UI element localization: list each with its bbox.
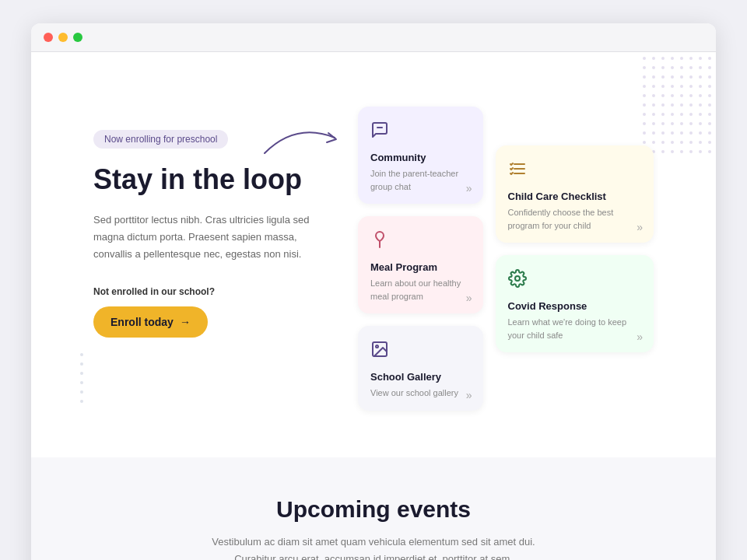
svg-point-52 <box>680 113 683 116</box>
svg-point-62 <box>699 122 702 125</box>
arrow-decoration <box>257 122 350 172</box>
child-care-card[interactable]: Child Care Checklist Confidently choose … <box>496 145 654 243</box>
svg-point-7 <box>708 57 711 60</box>
svg-point-23 <box>708 75 711 79</box>
hero-right-cards: Community Join the parent-teacher group … <box>358 99 654 411</box>
checklist-icon <box>508 159 531 183</box>
svg-point-60 <box>680 122 683 125</box>
svg-point-51 <box>671 113 674 116</box>
svg-point-42 <box>661 103 665 107</box>
svg-point-66 <box>661 131 665 135</box>
svg-point-22 <box>699 75 702 79</box>
svg-point-0 <box>643 57 646 60</box>
svg-point-54 <box>699 113 702 116</box>
chat-icon <box>370 121 394 144</box>
svg-point-69 <box>689 131 693 135</box>
child-care-card-title: Child Care Checklist <box>508 191 642 202</box>
svg-point-78 <box>699 141 702 144</box>
svg-point-83 <box>671 150 674 153</box>
community-card-title: Community <box>370 152 471 163</box>
svg-point-12 <box>680 66 683 69</box>
svg-point-90 <box>80 372 83 375</box>
svg-point-63 <box>708 122 711 125</box>
svg-point-46 <box>699 103 702 107</box>
svg-point-55 <box>708 113 711 116</box>
svg-point-68 <box>680 131 683 135</box>
hero-section: // We'll inline circles manually in a pa… <box>31 52 716 457</box>
enroll-button-label: Enroll today <box>110 316 174 328</box>
not-enrolled-label: Not enrolled in our school? <box>93 286 358 297</box>
svg-point-88 <box>80 353 83 356</box>
svg-point-87 <box>708 150 711 153</box>
svg-point-86 <box>699 150 702 153</box>
svg-point-75 <box>671 141 674 144</box>
svg-point-58 <box>661 122 665 125</box>
child-care-card-arrow: » <box>637 221 643 233</box>
svg-point-30 <box>699 85 702 88</box>
svg-point-2 <box>661 57 665 60</box>
svg-point-53 <box>689 113 693 116</box>
community-card-arrow: » <box>466 182 472 194</box>
image-icon <box>370 340 394 363</box>
covid-response-card-title: Covid Response <box>508 300 642 312</box>
svg-point-50 <box>661 113 665 116</box>
svg-point-89 <box>80 362 83 366</box>
svg-point-21 <box>689 75 693 79</box>
hero-description: Sed porttitor lectus nibh. Cras ultricie… <box>93 212 311 263</box>
school-gallery-card[interactable]: School Gallery View our school gallery » <box>358 326 483 411</box>
svg-point-32 <box>643 94 646 97</box>
gear-icon <box>508 269 531 292</box>
svg-point-27 <box>671 85 674 88</box>
svg-point-93 <box>80 400 83 403</box>
svg-point-71 <box>708 131 711 135</box>
svg-point-97 <box>376 345 378 348</box>
enroll-button[interactable]: Enroll today → <box>93 306 208 338</box>
meal-program-card[interactable]: Meal Program Learn about our healthy mea… <box>358 216 483 313</box>
svg-point-36 <box>680 94 683 97</box>
svg-point-26 <box>661 85 665 88</box>
svg-point-11 <box>671 66 674 69</box>
svg-point-76 <box>680 141 683 144</box>
svg-point-34 <box>661 94 665 97</box>
page-content: // We'll inline circles manually in a pa… <box>31 52 716 560</box>
svg-point-82 <box>661 150 665 153</box>
dot-pattern-bottom-left <box>78 348 93 411</box>
svg-point-59 <box>671 122 674 125</box>
dot-red[interactable] <box>44 33 53 42</box>
events-section: Upcoming events Vestibulum ac diam sit a… <box>31 457 716 561</box>
enrolling-badge: Now enrolling for preschool <box>93 130 228 149</box>
svg-point-84 <box>680 150 683 153</box>
svg-point-74 <box>661 141 665 144</box>
svg-point-14 <box>699 66 702 69</box>
child-care-card-desc: Confidently choose the best program for … <box>508 206 642 232</box>
svg-point-15 <box>708 66 711 69</box>
community-card[interactable]: Community Join the parent-teacher group … <box>358 107 483 204</box>
school-gallery-card-desc: View our school gallery <box>370 387 471 400</box>
svg-point-5 <box>689 57 693 60</box>
dot-green[interactable] <box>73 33 82 42</box>
svg-point-33 <box>652 94 655 97</box>
svg-point-44 <box>680 103 683 107</box>
svg-point-9 <box>652 66 655 69</box>
svg-point-4 <box>680 57 683 60</box>
covid-response-card-arrow: » <box>637 331 643 343</box>
svg-point-25 <box>652 85 655 88</box>
svg-point-18 <box>661 75 665 79</box>
svg-point-13 <box>689 66 693 69</box>
svg-point-1 <box>652 57 655 60</box>
svg-point-20 <box>680 75 683 79</box>
meal-program-card-title: Meal Program <box>370 261 471 273</box>
svg-point-31 <box>708 85 711 88</box>
side-cards-column: Child Care Checklist Confidently choose … <box>496 145 654 411</box>
svg-point-17 <box>652 75 655 79</box>
school-gallery-card-arrow: » <box>466 389 472 401</box>
community-card-desc: Join the parent-teacher group chat <box>370 167 471 193</box>
svg-point-77 <box>689 141 693 144</box>
dot-yellow[interactable] <box>58 33 68 42</box>
main-cards-column: Community Join the parent-teacher group … <box>358 107 483 411</box>
svg-point-24 <box>643 85 646 88</box>
events-description: Vestibulum ac diam sit amet quam vehicul… <box>93 534 654 561</box>
svg-point-16 <box>643 75 646 79</box>
covid-response-card[interactable]: Covid Response Learn what we're doing to… <box>496 255 654 352</box>
svg-point-29 <box>689 85 693 88</box>
